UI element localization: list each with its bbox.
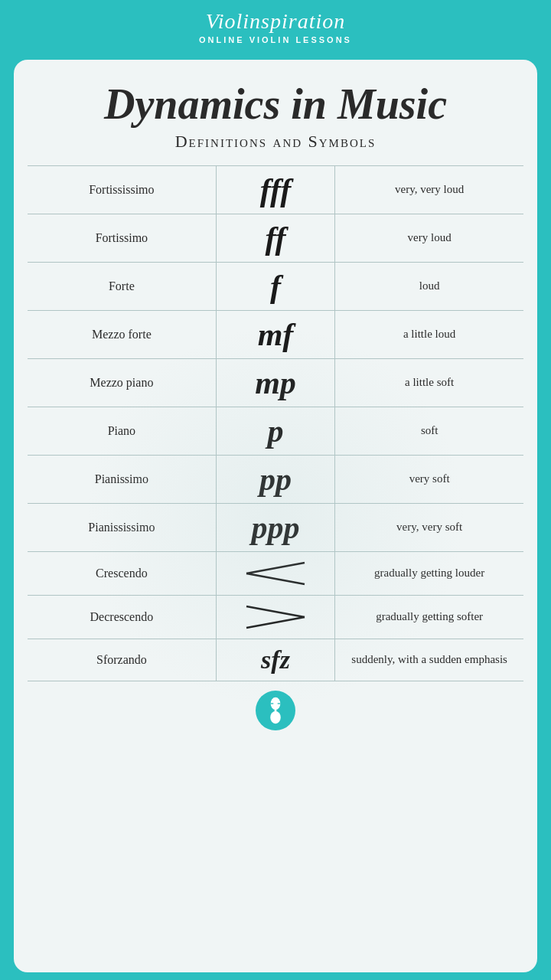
dynamic-meaning: gradually getting louder: [335, 551, 523, 595]
dynamic-meaning: very soft: [335, 455, 523, 503]
table-row: Mezzo fortemfa little loud: [28, 310, 523, 358]
table-row: Sforzandosfzsuddenly, with a sudden emph…: [28, 639, 523, 681]
table-row: Crescendo gradually getting louder: [28, 551, 523, 595]
dynamic-name: Sforzando: [28, 639, 216, 681]
dynamic-name: Mezzo piano: [28, 358, 216, 407]
svg-line-0: [246, 563, 305, 573]
page-subtitle: Definitions and Symbols: [175, 132, 377, 152]
table-row: Decrescendo gradually getting softer: [28, 595, 523, 639]
dynamic-meaning: a little loud: [335, 310, 523, 358]
dynamic-symbol: mp: [216, 358, 335, 407]
dynamic-meaning: loud: [335, 262, 523, 310]
header-subtitle: Online Violin Lessons: [0, 35, 551, 44]
dynamic-meaning: a little soft: [335, 358, 523, 407]
svg-point-6: [270, 710, 281, 723]
dynamic-symbol: p: [216, 407, 335, 455]
dynamic-symbol: mf: [216, 310, 335, 358]
logo-text: Violinspiration: [0, 9, 551, 34]
dynamic-name: Mezzo forte: [28, 310, 216, 358]
dynamic-meaning: very, very soft: [335, 503, 523, 551]
dynamic-name: Decrescendo: [28, 595, 216, 639]
dynamic-name: Pianissimo: [28, 455, 216, 503]
dynamic-symbol: ff: [216, 214, 335, 262]
table-row: Mezzo pianompa little soft: [28, 358, 523, 407]
dynamic-name: Pianississimo: [28, 503, 216, 551]
table-row: Pianississimopppvery, very soft: [28, 503, 523, 551]
dynamic-symbol: pp: [216, 455, 335, 503]
dynamic-symbol: ppp: [216, 503, 335, 551]
dynamic-meaning: soft: [335, 407, 523, 455]
dynamic-name: Fortissimo: [28, 214, 216, 262]
dynamic-name: Fortississimo: [28, 165, 216, 214]
table-row: Pianopsoft: [28, 407, 523, 455]
page-title: Dynamics in Music: [104, 81, 447, 129]
svg-line-1: [246, 573, 305, 584]
svg-line-2: [246, 606, 305, 617]
dynamic-symbol: sfz: [216, 639, 335, 681]
dynamic-symbol: fff: [216, 165, 335, 214]
dynamic-name: Piano: [28, 407, 216, 455]
dynamics-table: Fortississimofffvery, very loudFortissim…: [28, 165, 523, 681]
dynamic-symbol: [216, 551, 335, 595]
dynamic-name: Crescendo: [28, 551, 216, 595]
table-row: Fortefloud: [28, 262, 523, 310]
table-row: Pianissimoppvery soft: [28, 455, 523, 503]
svg-rect-7: [275, 697, 277, 700]
header: Violinspiration Online Violin Lessons: [0, 0, 551, 52]
svg-line-3: [246, 617, 305, 628]
dynamic-symbol: f: [216, 262, 335, 310]
dynamic-meaning: suddenly, with a sudden emphasis: [335, 639, 523, 681]
dynamic-meaning: very loud: [335, 214, 523, 262]
table-row: Fortississimofffvery, very loud: [28, 165, 523, 214]
dynamic-meaning: gradually getting softer: [335, 595, 523, 639]
dynamic-symbol: [216, 595, 335, 639]
main-card: Dynamics in Music Definitions and Symbol…: [14, 60, 537, 972]
footer-violin-icon: [256, 691, 295, 730]
table-row: Fortissimoffvery loud: [28, 214, 523, 262]
dynamic-meaning: very, very loud: [335, 165, 523, 214]
dynamic-name: Forte: [28, 262, 216, 310]
